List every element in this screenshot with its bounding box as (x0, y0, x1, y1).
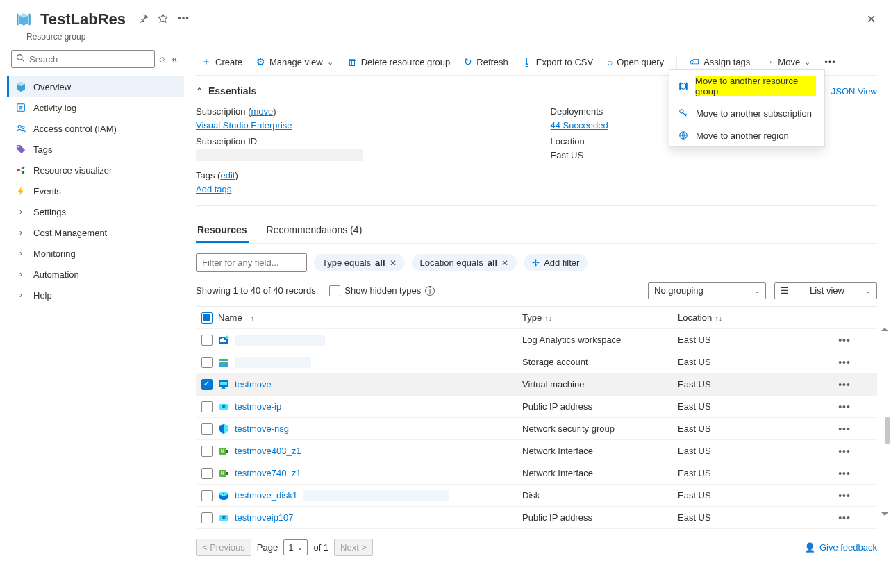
table-row[interactable]: testmove740_z1Network InterfaceEast US••… (196, 462, 877, 485)
move-to-rg-item[interactable]: Move to another resource group (669, 70, 824, 102)
view-select[interactable]: ☰ List view⌄ (774, 282, 877, 299)
row-more-icon[interactable]: ••• (831, 490, 858, 501)
table-row[interactable]: Log Analytics workspaceEast US••• (196, 329, 877, 351)
row-checkbox[interactable] (201, 357, 213, 368)
nav-item-events[interactable]: Events (7, 180, 184, 201)
row-more-icon[interactable]: ••• (831, 401, 858, 412)
toolbar-more-icon[interactable]: ••• (819, 54, 842, 70)
filter-input[interactable] (196, 253, 307, 272)
prev-page-button[interactable]: < Previous (196, 539, 251, 556)
info-icon[interactable]: i (425, 286, 435, 296)
create-button[interactable]: ＋Create (196, 53, 248, 71)
nav-item-access-control-iam-[interactable]: Access control (IAM) (7, 118, 184, 139)
scrollbar-thumb[interactable] (885, 417, 890, 444)
scroll-up-icon[interactable] (881, 326, 888, 333)
tab-resources[interactable]: Resources (196, 219, 249, 243)
remove-type-filter-icon[interactable]: ✕ (390, 258, 397, 268)
manage-view-button[interactable]: ⚙Manage view⌄ (251, 53, 339, 70)
table-row[interactable]: testmove_disk1DiskEast US••• (196, 485, 877, 507)
row-more-icon[interactable]: ••• (831, 335, 858, 346)
row-more-icon[interactable]: ••• (831, 468, 858, 479)
nav-item-cost-management[interactable]: ›Cost Management (7, 222, 184, 243)
show-hidden-checkbox[interactable]: Show hidden types i (329, 285, 435, 296)
resource-name[interactable]: testmove_disk1 (235, 490, 297, 501)
search-input[interactable] (29, 54, 150, 65)
row-more-icon[interactable]: ••• (831, 423, 858, 435)
row-checkbox[interactable] (201, 468, 213, 479)
table-row[interactable]: testmove-nsgNetwork security groupEast U… (196, 418, 877, 440)
col-name-header[interactable]: Name↑ (218, 312, 522, 323)
nav-item-settings[interactable]: ›Settings (7, 201, 184, 222)
subscription-id-label: Subscription ID (196, 136, 257, 146)
col-location-header[interactable]: Location↑↓ (678, 312, 831, 323)
next-page-button[interactable]: Next > (334, 539, 373, 556)
collapse-nav-icon[interactable]: « (169, 53, 180, 65)
grouping-select[interactable]: No grouping⌄ (648, 282, 766, 299)
resource-name[interactable]: testmove740_z1 (235, 468, 301, 478)
nav-item-activity-log[interactable]: Activity log (7, 97, 184, 118)
nav-item-resource-visualizer[interactable]: Resource visualizer (7, 160, 184, 180)
resource-name[interactable]: testmove (235, 379, 272, 389)
subscription-id-value[interactable] (196, 149, 363, 161)
pagination: < Previous Page 1⌄ of 1 Next > 👤 Give fe… (196, 539, 877, 556)
page-select[interactable]: 1⌄ (283, 539, 308, 555)
export-csv-button[interactable]: ⭳Export to CSV (517, 53, 599, 70)
tab-recommendations[interactable]: Recommendations (4) (265, 219, 364, 243)
subscription-link[interactable]: Visual Studio Enterprise (196, 120, 292, 131)
deployments-link[interactable]: 44 Succeeded (551, 120, 608, 131)
table-row[interactable]: IPtestmoveip107Public IP addressEast US•… (196, 507, 877, 529)
search-box[interactable] (11, 50, 155, 68)
give-feedback-link[interactable]: 👤 Give feedback (804, 542, 877, 553)
nav-item-help[interactable]: ›Help (7, 285, 184, 305)
subscription-move-link[interactable]: move (251, 106, 274, 117)
row-more-icon[interactable]: ••• (831, 446, 858, 457)
nav-item-overview[interactable]: Overview (7, 76, 184, 97)
resource-name[interactable]: testmove403_z1 (235, 446, 301, 456)
type-filter-pill[interactable]: Type equals all ✕ (314, 254, 405, 271)
row-checkbox[interactable] (201, 401, 213, 412)
table-header: Name↑ Type↑↓ Location↑↓ (196, 307, 877, 329)
json-view-link[interactable]: JSON View (831, 86, 877, 96)
row-checkbox[interactable] (201, 446, 213, 457)
select-all-checkbox[interactable] (201, 312, 213, 324)
svg-rect-27 (226, 450, 228, 453)
favorite-icon[interactable] (158, 13, 168, 26)
table-row[interactable]: testmove403_z1Network InterfaceEast US••… (196, 440, 877, 462)
table-row[interactable]: IPtestmove-ipPublic IP addressEast US••• (196, 396, 877, 418)
scroll-down-icon[interactable] (881, 510, 888, 517)
row-more-icon[interactable]: ••• (831, 379, 858, 390)
move-to-subscription-item[interactable]: Move to another subscription (669, 102, 824, 124)
tags-edit-link[interactable]: edit (220, 170, 235, 180)
more-icon[interactable]: ••• (178, 13, 190, 26)
add-tags-link[interactable]: Add tags (196, 184, 231, 194)
delete-rg-button[interactable]: 🗑Delete resource group (342, 53, 456, 70)
pin-icon[interactable] (138, 13, 148, 26)
row-more-icon[interactable]: ••• (831, 512, 858, 523)
close-icon[interactable]: ✕ (867, 12, 876, 26)
nav-item-monitoring[interactable]: ›Monitoring (7, 243, 184, 264)
nav-item-automation[interactable]: ›Automation (7, 264, 184, 285)
resource-name[interactable]: testmoveip107 (235, 512, 294, 523)
resource-name[interactable]: testmove-ip (235, 401, 281, 412)
table-row[interactable]: Storage accountEast US••• (196, 351, 877, 373)
row-checkbox[interactable] (201, 335, 213, 346)
assign-tags-button[interactable]: 🏷Assign tags (684, 53, 756, 70)
open-query-button[interactable]: ⌕Open query (601, 53, 669, 70)
resource-name[interactable]: testmove-nsg (235, 423, 289, 434)
row-checkbox[interactable] (201, 512, 213, 523)
row-checkbox[interactable] (201, 423, 213, 435)
search-clear-icon[interactable]: ◇ (159, 55, 165, 64)
table-row[interactable]: testmoveVirtual machineEast US••• (196, 373, 877, 396)
move-button[interactable]: →Move⌄ (758, 53, 816, 70)
nav-item-tags[interactable]: Tags (7, 139, 184, 160)
col-type-header[interactable]: Type↑↓ (522, 312, 678, 323)
location-filter-pill[interactable]: Location equals all ✕ (412, 254, 517, 271)
move-to-region-item[interactable]: Move to another region (669, 124, 824, 146)
row-more-icon[interactable]: ••• (831, 357, 858, 368)
row-checkbox[interactable] (201, 490, 213, 501)
svg-line-1 (22, 59, 24, 61)
add-filter-button[interactable]: ✢ Add filter (524, 254, 588, 271)
remove-location-filter-icon[interactable]: ✕ (501, 258, 508, 268)
row-checkbox[interactable] (201, 379, 213, 390)
refresh-button[interactable]: ↻Refresh (458, 53, 514, 70)
